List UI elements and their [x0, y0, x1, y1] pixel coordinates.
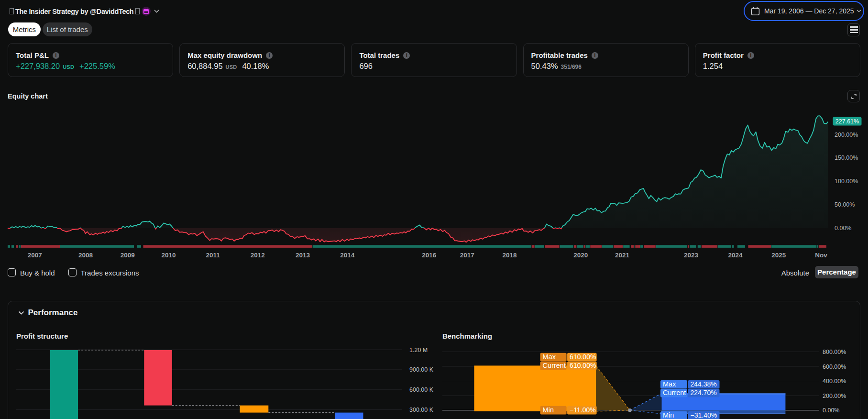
svg-text:600.00 K: 600.00 K	[409, 386, 434, 393]
svg-text:300.00 K: 300.00 K	[409, 407, 434, 413]
svg-text:Max: Max	[663, 380, 676, 388]
svg-text:900.00 K: 900.00 K	[409, 366, 434, 373]
svg-text:−11.00%: −11.00%	[570, 406, 596, 414]
svg-text:0.00%: 0.00%	[823, 407, 839, 414]
svg-text:600.00%: 600.00%	[823, 364, 846, 370]
svg-text:−31.40%: −31.40%	[691, 411, 717, 419]
svg-text:Min: Min	[663, 411, 674, 419]
svg-text:1.20 M: 1.20 M	[409, 347, 428, 353]
svg-text:224.70%: 224.70%	[691, 389, 717, 397]
svg-text:Current: Current	[543, 362, 566, 369]
svg-text:610.00%: 610.00%	[570, 353, 596, 361]
svg-text:Min: Min	[543, 406, 554, 414]
svg-text:610.00%: 610.00%	[570, 362, 596, 369]
svg-text:Max: Max	[543, 353, 556, 361]
svg-text:244.38%: 244.38%	[691, 380, 717, 388]
svg-text:Current: Current	[663, 389, 686, 397]
svg-text:200.00%: 200.00%	[823, 393, 846, 399]
svg-text:400.00%: 400.00%	[823, 378, 846, 385]
svg-text:800.00%: 800.00%	[823, 349, 846, 355]
